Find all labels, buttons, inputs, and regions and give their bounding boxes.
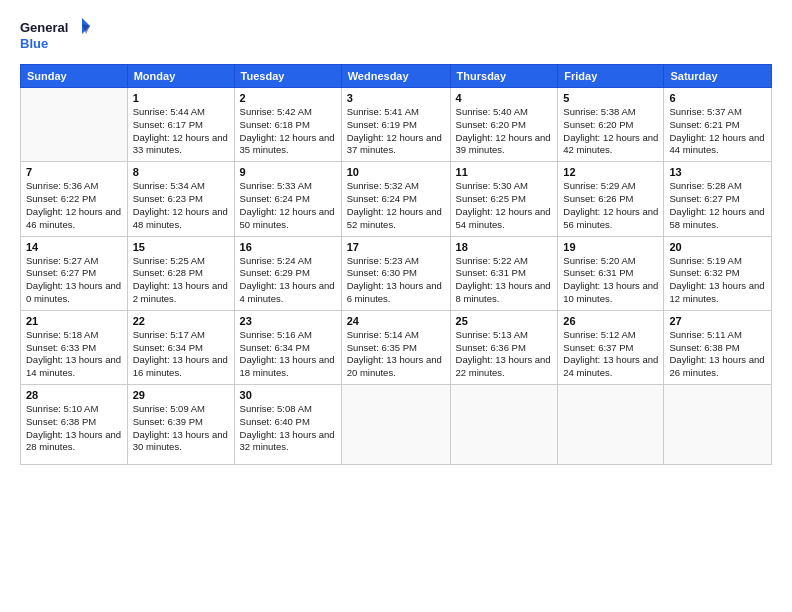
- calendar-cell: [450, 385, 558, 465]
- calendar-cell: 26Sunrise: 5:12 AMSunset: 6:37 PMDayligh…: [558, 310, 664, 384]
- day-info: Sunrise: 5:32 AMSunset: 6:24 PMDaylight:…: [347, 180, 445, 231]
- day-number: 4: [456, 92, 553, 104]
- calendar-cell: 12Sunrise: 5:29 AMSunset: 6:26 PMDayligh…: [558, 162, 664, 236]
- day-info: Sunrise: 5:28 AMSunset: 6:27 PMDaylight:…: [669, 180, 766, 231]
- calendar-cell: 7Sunrise: 5:36 AMSunset: 6:22 PMDaylight…: [21, 162, 128, 236]
- calendar-cell: 30Sunrise: 5:08 AMSunset: 6:40 PMDayligh…: [234, 385, 341, 465]
- calendar-cell: 21Sunrise: 5:18 AMSunset: 6:33 PMDayligh…: [21, 310, 128, 384]
- weekday-header-thursday: Thursday: [450, 65, 558, 88]
- weekday-header-tuesday: Tuesday: [234, 65, 341, 88]
- day-info: Sunrise: 5:38 AMSunset: 6:20 PMDaylight:…: [563, 106, 658, 157]
- calendar-cell: 2Sunrise: 5:42 AMSunset: 6:18 PMDaylight…: [234, 88, 341, 162]
- day-info: Sunrise: 5:29 AMSunset: 6:26 PMDaylight:…: [563, 180, 658, 231]
- day-info: Sunrise: 5:44 AMSunset: 6:17 PMDaylight:…: [133, 106, 229, 157]
- day-info: Sunrise: 5:08 AMSunset: 6:40 PMDaylight:…: [240, 403, 336, 454]
- day-info: Sunrise: 5:13 AMSunset: 6:36 PMDaylight:…: [456, 329, 553, 380]
- day-info: Sunrise: 5:24 AMSunset: 6:29 PMDaylight:…: [240, 255, 336, 306]
- day-info: Sunrise: 5:42 AMSunset: 6:18 PMDaylight:…: [240, 106, 336, 157]
- calendar-cell: 28Sunrise: 5:10 AMSunset: 6:38 PMDayligh…: [21, 385, 128, 465]
- day-number: 1: [133, 92, 229, 104]
- calendar-cell: 6Sunrise: 5:37 AMSunset: 6:21 PMDaylight…: [664, 88, 772, 162]
- day-info: Sunrise: 5:11 AMSunset: 6:38 PMDaylight:…: [669, 329, 766, 380]
- day-info: Sunrise: 5:23 AMSunset: 6:30 PMDaylight:…: [347, 255, 445, 306]
- calendar-table: SundayMondayTuesdayWednesdayThursdayFrid…: [20, 64, 772, 465]
- calendar-cell: 1Sunrise: 5:44 AMSunset: 6:17 PMDaylight…: [127, 88, 234, 162]
- header: General Blue: [20, 16, 772, 54]
- weekday-header-friday: Friday: [558, 65, 664, 88]
- calendar-cell: 19Sunrise: 5:20 AMSunset: 6:31 PMDayligh…: [558, 236, 664, 310]
- day-number: 26: [563, 315, 658, 327]
- day-number: 22: [133, 315, 229, 327]
- day-info: Sunrise: 5:22 AMSunset: 6:31 PMDaylight:…: [456, 255, 553, 306]
- weekday-header-monday: Monday: [127, 65, 234, 88]
- weekday-header-wednesday: Wednesday: [341, 65, 450, 88]
- weekday-header-saturday: Saturday: [664, 65, 772, 88]
- week-row-4: 21Sunrise: 5:18 AMSunset: 6:33 PMDayligh…: [21, 310, 772, 384]
- day-number: 30: [240, 389, 336, 401]
- calendar-cell: 18Sunrise: 5:22 AMSunset: 6:31 PMDayligh…: [450, 236, 558, 310]
- page: General Blue SundayMondayTuesdayWednesda…: [0, 0, 792, 612]
- week-row-3: 14Sunrise: 5:27 AMSunset: 6:27 PMDayligh…: [21, 236, 772, 310]
- day-info: Sunrise: 5:18 AMSunset: 6:33 PMDaylight:…: [26, 329, 122, 380]
- day-number: 18: [456, 241, 553, 253]
- day-number: 2: [240, 92, 336, 104]
- calendar-cell: 29Sunrise: 5:09 AMSunset: 6:39 PMDayligh…: [127, 385, 234, 465]
- day-info: Sunrise: 5:16 AMSunset: 6:34 PMDaylight:…: [240, 329, 336, 380]
- day-number: 21: [26, 315, 122, 327]
- calendar-cell: 4Sunrise: 5:40 AMSunset: 6:20 PMDaylight…: [450, 88, 558, 162]
- day-info: Sunrise: 5:41 AMSunset: 6:19 PMDaylight:…: [347, 106, 445, 157]
- day-info: Sunrise: 5:12 AMSunset: 6:37 PMDaylight:…: [563, 329, 658, 380]
- logo-svg: General Blue: [20, 16, 90, 54]
- svg-text:Blue: Blue: [20, 36, 48, 51]
- day-info: Sunrise: 5:10 AMSunset: 6:38 PMDaylight:…: [26, 403, 122, 454]
- day-info: Sunrise: 5:27 AMSunset: 6:27 PMDaylight:…: [26, 255, 122, 306]
- day-number: 7: [26, 166, 122, 178]
- calendar-cell: 3Sunrise: 5:41 AMSunset: 6:19 PMDaylight…: [341, 88, 450, 162]
- calendar-cell: 11Sunrise: 5:30 AMSunset: 6:25 PMDayligh…: [450, 162, 558, 236]
- week-row-2: 7Sunrise: 5:36 AMSunset: 6:22 PMDaylight…: [21, 162, 772, 236]
- day-info: Sunrise: 5:20 AMSunset: 6:31 PMDaylight:…: [563, 255, 658, 306]
- day-info: Sunrise: 5:09 AMSunset: 6:39 PMDaylight:…: [133, 403, 229, 454]
- day-info: Sunrise: 5:36 AMSunset: 6:22 PMDaylight:…: [26, 180, 122, 231]
- day-info: Sunrise: 5:25 AMSunset: 6:28 PMDaylight:…: [133, 255, 229, 306]
- calendar-cell: 25Sunrise: 5:13 AMSunset: 6:36 PMDayligh…: [450, 310, 558, 384]
- day-number: 23: [240, 315, 336, 327]
- day-number: 25: [456, 315, 553, 327]
- calendar-cell: 16Sunrise: 5:24 AMSunset: 6:29 PMDayligh…: [234, 236, 341, 310]
- calendar-cell: 9Sunrise: 5:33 AMSunset: 6:24 PMDaylight…: [234, 162, 341, 236]
- weekday-header-row: SundayMondayTuesdayWednesdayThursdayFrid…: [21, 65, 772, 88]
- calendar-cell: 8Sunrise: 5:34 AMSunset: 6:23 PMDaylight…: [127, 162, 234, 236]
- day-info: Sunrise: 5:30 AMSunset: 6:25 PMDaylight:…: [456, 180, 553, 231]
- calendar-cell: 13Sunrise: 5:28 AMSunset: 6:27 PMDayligh…: [664, 162, 772, 236]
- calendar-cell: [21, 88, 128, 162]
- calendar-cell: [558, 385, 664, 465]
- day-number: 10: [347, 166, 445, 178]
- calendar-cell: 24Sunrise: 5:14 AMSunset: 6:35 PMDayligh…: [341, 310, 450, 384]
- calendar-cell: 27Sunrise: 5:11 AMSunset: 6:38 PMDayligh…: [664, 310, 772, 384]
- day-number: 11: [456, 166, 553, 178]
- calendar-cell: 20Sunrise: 5:19 AMSunset: 6:32 PMDayligh…: [664, 236, 772, 310]
- day-info: Sunrise: 5:40 AMSunset: 6:20 PMDaylight:…: [456, 106, 553, 157]
- calendar-cell: 23Sunrise: 5:16 AMSunset: 6:34 PMDayligh…: [234, 310, 341, 384]
- calendar-cell: 5Sunrise: 5:38 AMSunset: 6:20 PMDaylight…: [558, 88, 664, 162]
- day-number: 6: [669, 92, 766, 104]
- calendar-cell: 15Sunrise: 5:25 AMSunset: 6:28 PMDayligh…: [127, 236, 234, 310]
- day-number: 14: [26, 241, 122, 253]
- day-number: 20: [669, 241, 766, 253]
- day-number: 8: [133, 166, 229, 178]
- day-number: 16: [240, 241, 336, 253]
- week-row-5: 28Sunrise: 5:10 AMSunset: 6:38 PMDayligh…: [21, 385, 772, 465]
- day-number: 24: [347, 315, 445, 327]
- day-number: 29: [133, 389, 229, 401]
- day-number: 19: [563, 241, 658, 253]
- calendar-cell: [341, 385, 450, 465]
- day-info: Sunrise: 5:17 AMSunset: 6:34 PMDaylight:…: [133, 329, 229, 380]
- calendar-cell: 10Sunrise: 5:32 AMSunset: 6:24 PMDayligh…: [341, 162, 450, 236]
- day-number: 3: [347, 92, 445, 104]
- calendar-cell: [664, 385, 772, 465]
- day-number: 12: [563, 166, 658, 178]
- week-row-1: 1Sunrise: 5:44 AMSunset: 6:17 PMDaylight…: [21, 88, 772, 162]
- day-info: Sunrise: 5:19 AMSunset: 6:32 PMDaylight:…: [669, 255, 766, 306]
- day-number: 17: [347, 241, 445, 253]
- day-info: Sunrise: 5:14 AMSunset: 6:35 PMDaylight:…: [347, 329, 445, 380]
